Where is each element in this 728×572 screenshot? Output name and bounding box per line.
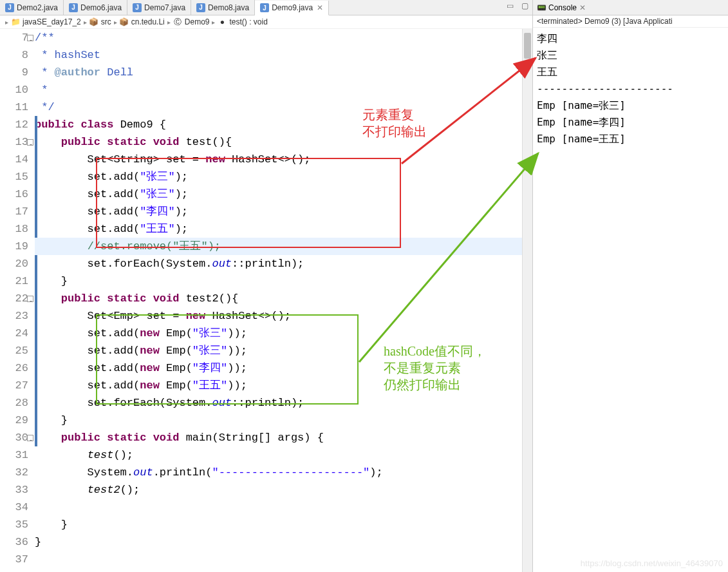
java-file-icon: J	[69, 3, 78, 12]
java-file-icon: J	[5, 3, 14, 12]
breadcrumb-src[interactable]: src	[101, 17, 111, 26]
vertical-scrollbar[interactable]	[522, 29, 532, 572]
chevron-right-icon: ▸	[114, 19, 117, 26]
editor-pane: JDemo2.java JDemo6.java JDemo7.java JDem…	[0, 0, 533, 572]
project-icon: 📁	[11, 17, 20, 26]
package-icon: 📦	[89, 17, 98, 26]
close-icon[interactable]: ✕	[317, 3, 323, 12]
tab-demo8[interactable]: JDemo8.java	[191, 0, 255, 15]
chevron-right-icon: ▸	[5, 19, 8, 26]
line-gutter: 7891011121314151617181920212223242526272…	[0, 29, 33, 572]
tab-label: Demo2.java	[17, 3, 58, 12]
breadcrumb-package[interactable]: cn.tedu.Li	[131, 17, 165, 26]
console-tab[interactable]: 📟 Console ✕	[533, 0, 728, 15]
maximize-icon[interactable]: ▢	[518, 0, 532, 15]
console-icon: 📟	[537, 3, 546, 12]
tab-label: Demo8.java	[208, 3, 249, 12]
console-pane: 📟 Console ✕ <terminated> Demo9 (3) [Java…	[533, 0, 728, 572]
code-editor[interactable]: 7891011121314151617181920212223242526272…	[0, 29, 532, 572]
chevron-right-icon: ▸	[84, 19, 87, 26]
breadcrumb-class[interactable]: Demo9	[185, 17, 210, 26]
minimize-icon[interactable]: ▭	[503, 0, 518, 15]
scroll-thumb[interactable]	[524, 33, 531, 59]
close-icon[interactable]: ✕	[579, 3, 586, 12]
console-output[interactable]: 李四 张三 王五 ---------------------- Emp [nam…	[533, 28, 728, 572]
tab-demo9[interactable]: JDemo9.java✕	[255, 1, 329, 15]
class-icon: Ⓒ	[173, 17, 182, 26]
java-file-icon: J	[196, 3, 205, 12]
tab-label: Demo9.java	[272, 3, 313, 12]
chevron-right-icon: ▸	[212, 19, 215, 26]
java-file-icon: J	[260, 3, 269, 12]
tab-label: Demo6.java	[80, 3, 122, 12]
method-icon: ●	[218, 17, 227, 26]
console-title: Console	[548, 3, 577, 12]
breadcrumb-method[interactable]: test() : void	[229, 17, 267, 26]
tab-demo7[interactable]: JDemo7.java	[127, 0, 191, 15]
console-status: <terminated> Demo9 (3) [Java Applicati	[533, 15, 728, 28]
breadcrumb-project[interactable]: javaSE_day17_2	[23, 17, 81, 26]
breadcrumb[interactable]: ▸ 📁javaSE_day17_2 ▸ 📦src ▸ 📦cn.tedu.Li ▸…	[0, 15, 532, 29]
package-icon: 📦	[120, 17, 129, 26]
tab-demo6[interactable]: JDemo6.java	[64, 0, 127, 15]
editor-tabs: JDemo2.java JDemo6.java JDemo7.java JDem…	[0, 0, 532, 15]
watermark: https://blog.csdn.net/weixin_46439070	[581, 558, 723, 568]
tab-demo2[interactable]: JDemo2.java	[0, 0, 64, 15]
code-body[interactable]: /** * hashSet * @author Dell * */public …	[33, 29, 522, 572]
chevron-right-icon: ▸	[167, 19, 171, 26]
java-file-icon: J	[133, 3, 142, 12]
tab-label: Demo7.java	[144, 3, 185, 12]
